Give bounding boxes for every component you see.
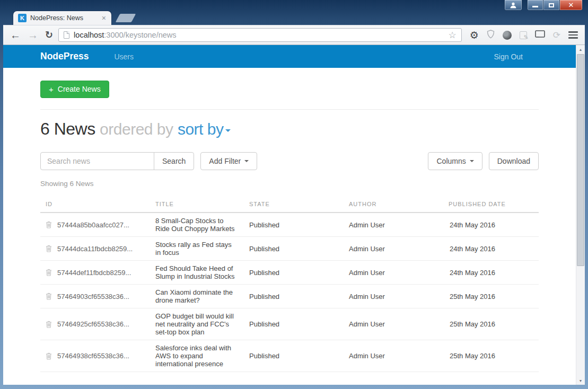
address-bar[interactable]: localhost:3000/keystone/news ☆	[58, 28, 462, 42]
download-button[interactable]: Download	[489, 152, 539, 170]
header-published-date[interactable]: PUBLISHED DATE	[443, 194, 539, 213]
extension-ball-icon[interactable]	[503, 31, 512, 40]
minimize-icon	[532, 6, 538, 7]
shield-icon[interactable]	[487, 30, 495, 40]
gear-icon[interactable]: ⚙	[470, 30, 479, 40]
minimize-button[interactable]	[527, 0, 543, 11]
create-news-label: Create News	[58, 85, 101, 93]
header-title[interactable]: TITLE	[150, 194, 244, 213]
cast-icon[interactable]	[535, 30, 545, 40]
caret-down-icon	[244, 160, 249, 162]
published-date-cell: 24th May 2016	[443, 261, 539, 285]
window-controls: ✕	[527, 0, 583, 11]
row-id[interactable]: 57464925cf65538c36...	[57, 320, 129, 328]
tab-title: NodePress: News	[30, 14, 101, 22]
search-button[interactable]: Search	[154, 152, 194, 170]
close-button[interactable]: ✕	[560, 0, 583, 11]
search-input[interactable]	[40, 152, 154, 170]
close-icon: ✕	[568, 1, 574, 9]
new-tab-button[interactable]	[116, 14, 136, 22]
browser-tab[interactable]: K NodePress: News ×	[13, 11, 111, 25]
sort-by-dropdown[interactable]: sort by	[178, 120, 231, 138]
id-cell: 57464938cf65538c36...	[40, 340, 150, 372]
id-cell: 57444dca11fbdcb8259...	[40, 237, 150, 261]
id-cell: 57444a85b0aafcc027...	[40, 213, 150, 237]
caret-down-icon	[225, 129, 231, 132]
sign-out-link[interactable]: Sign Out	[494, 52, 523, 61]
page-content: NodePress Users Sign Out + Create News 6…	[3, 45, 576, 385]
maximize-icon	[549, 3, 554, 7]
published-date-cell: 24th May 2016	[443, 237, 539, 261]
published-date-cell: 25th May 2016	[443, 285, 539, 308]
trash-icon[interactable]	[46, 321, 52, 328]
title-cell[interactable]: 8 Small-Cap Stocks to Ride Out Choppy Ma…	[150, 213, 244, 237]
page-edit-icon[interactable]	[520, 31, 527, 39]
menu-icon[interactable]	[568, 31, 578, 39]
create-news-button[interactable]: + Create News	[40, 81, 109, 98]
author-cell: Admin User	[344, 237, 443, 261]
nav-item-users[interactable]: Users	[114, 52, 134, 61]
columns-button[interactable]: Columns	[428, 152, 482, 170]
person-icon	[510, 2, 517, 8]
state-cell: Published	[244, 340, 344, 372]
header-id[interactable]: ID	[40, 194, 150, 213]
maximize-button[interactable]	[543, 0, 560, 11]
showing-count: Showing 6 News	[40, 180, 539, 188]
scrollbar-thumb[interactable]	[577, 54, 584, 266]
profile-button[interactable]	[504, 0, 522, 11]
state-cell: Published	[244, 237, 344, 261]
brand-nodepress[interactable]: NodePress	[40, 51, 89, 62]
sync-icon[interactable]: ⟳	[553, 31, 560, 40]
page-scrollbar[interactable]: ▲ ▼	[576, 45, 585, 385]
filter-toolbar: Search Add Filter Columns Download	[40, 152, 539, 170]
title-cell[interactable]: Salesforce inks deal with AWS to expand …	[150, 340, 244, 372]
plus-icon: +	[49, 85, 54, 93]
back-icon[interactable]: ←	[10, 30, 21, 40]
trash-icon[interactable]	[46, 221, 52, 228]
author-cell: Admin User	[344, 340, 443, 372]
table-row[interactable]: 57464938cf65538c36... Salesforce inks de…	[40, 340, 539, 372]
table-row[interactable]: 57464925cf65538c36... GOP budget bill wo…	[40, 308, 539, 340]
row-id[interactable]: 57464903cf65538c36...	[57, 293, 129, 300]
header-state[interactable]: STATE	[244, 194, 344, 213]
trash-icon[interactable]	[46, 293, 52, 300]
forward-icon[interactable]: →	[28, 30, 38, 40]
table-row[interactable]: 57444def11fbdcb8259... Fed Should Take H…	[40, 261, 539, 285]
reload-icon[interactable]: ↻	[45, 30, 53, 40]
row-id[interactable]: 57444def11fbdcb8259...	[57, 269, 131, 277]
bookmark-star-icon[interactable]: ☆	[448, 31, 456, 40]
table-row[interactable]: 57464903cf65538c36... Can Xiaomi dominat…	[40, 285, 539, 308]
author-cell: Admin User	[344, 261, 443, 285]
tab-close-icon[interactable]: ×	[101, 14, 107, 22]
trash-icon[interactable]	[46, 245, 52, 252]
ordered-by-label: ordered by	[100, 120, 173, 138]
state-cell: Published	[244, 308, 344, 340]
titlebar: K NodePress: News × ✕	[0, 0, 588, 25]
header-author[interactable]: AUTHOR	[344, 194, 443, 213]
published-date-cell: 25th May 2016	[443, 308, 539, 340]
table-row[interactable]: 57444a85b0aafcc027... 8 Small-Cap Stocks…	[40, 213, 539, 237]
id-cell: 57444def11fbdcb8259...	[40, 261, 150, 285]
trash-icon[interactable]	[46, 269, 52, 276]
app-navbar: NodePress Users Sign Out	[3, 45, 576, 68]
title-cell[interactable]: Can Xiaomi dominate the drone market?	[150, 285, 244, 308]
author-cell: Admin User	[344, 213, 443, 237]
title-cell[interactable]: Fed Should Take Heed of Slump in Industr…	[150, 261, 244, 285]
scroll-down-icon[interactable]: ▼	[576, 376, 585, 385]
state-cell: Published	[244, 261, 344, 285]
row-id[interactable]: 57464938cf65538c36...	[57, 352, 129, 360]
url-path: :3000/keystone/news	[104, 31, 176, 39]
title-cell[interactable]: Stocks rally as Fed stays in focus	[150, 237, 244, 261]
news-table: ID TITLE STATE AUTHOR PUBLISHED DATE 574…	[40, 194, 539, 372]
url-text[interactable]: localhost:3000/keystone/news	[74, 31, 176, 39]
add-filter-button[interactable]: Add Filter	[200, 152, 257, 170]
row-id[interactable]: 57444dca11fbdcb8259...	[57, 245, 133, 253]
keystone-favicon-icon: K	[18, 14, 27, 22]
title-cell[interactable]: GOP budget bill would kill net neutralit…	[150, 308, 244, 340]
state-cell: Published	[244, 213, 344, 237]
scroll-up-icon[interactable]: ▲	[576, 45, 585, 54]
trash-icon[interactable]	[46, 352, 52, 360]
row-id[interactable]: 57444a85b0aafcc027...	[57, 221, 129, 229]
state-cell: Published	[244, 285, 344, 308]
table-row[interactable]: 57444dca11fbdcb8259... Stocks rally as F…	[40, 237, 539, 261]
